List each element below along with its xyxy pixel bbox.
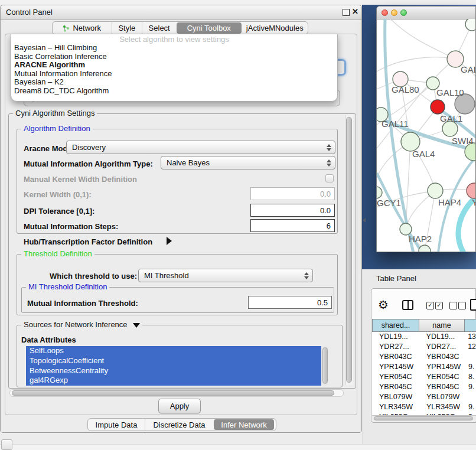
network-node[interactable] (428, 183, 443, 198)
deselect-all-icon[interactable] (458, 302, 466, 309)
column-view-icon[interactable] (402, 300, 413, 310)
data-attribute-item[interactable]: BetweennessCentrality (26, 366, 321, 376)
mi-type-combo[interactable]: Naive Bayes (161, 156, 335, 169)
tab-style[interactable]: Style (112, 22, 142, 34)
algorithm-dropdown-list: Bayesian – Hill ClimbingBasic Correlatio… (11, 44, 337, 95)
new-column-icon[interactable] (470, 299, 476, 311)
sources-title[interactable]: Sources for Network Inference (21, 321, 142, 328)
table-cell: 13 (464, 332, 476, 341)
mi-steps-field[interactable]: 6 (250, 219, 335, 232)
network-node[interactable] (431, 100, 445, 114)
kernel-width-field[interactable]: 0.0 (250, 187, 335, 200)
tab-select[interactable]: Select (142, 22, 176, 34)
column-header-name-label: name (432, 321, 451, 330)
table-row[interactable]: YBR045CYBR045C9. (372, 381, 476, 392)
mi-threshold-title: MI Threshold Definition (26, 283, 109, 291)
manual-kernel-checkbox[interactable] (325, 174, 334, 182)
mi-threshold-value: 0.5 (317, 298, 328, 307)
table-row[interactable]: YER054CYER054C8. (372, 372, 476, 382)
apply-button[interactable]: Apply (158, 399, 201, 413)
data-attributes-label: Data Attributes (21, 335, 76, 344)
tab-cyni-toolbox[interactable]: Cyni Toolbox (177, 22, 241, 34)
sources-title-label: Sources for Network Inference (24, 320, 128, 329)
network-node-label: GAL4 (412, 149, 435, 159)
network-node[interactable] (377, 187, 382, 198)
hub-definition-toggle[interactable]: Hub/Transcription Factor Definition (24, 237, 152, 246)
table-cell: YBR043C (419, 353, 465, 361)
column-header-clipped[interactable]: A (465, 319, 476, 332)
aracne-mode-combo[interactable]: Discovery (66, 141, 335, 154)
corner-button[interactable] (1, 439, 12, 450)
settings-horizontal-scrollbar-thumb[interactable] (12, 390, 334, 396)
table-cell: 12 (464, 343, 476, 351)
table-cell: YBL079W (419, 393, 465, 401)
attributes-list-scrollbar-thumb[interactable] (322, 347, 328, 384)
data-attributes-list[interactable]: SelfLoopsTopologicalCoefficientBetweenne… (26, 346, 321, 386)
algorithm-option[interactable]: Mutual Information Inference (11, 70, 337, 79)
table-row[interactable]: YPR145WYPR145W9. (372, 362, 476, 372)
tab-impute-data[interactable]: Impute Data (88, 419, 145, 431)
table-settings-gear-icon[interactable]: ⚙ (378, 298, 389, 311)
collapsed-arrow-icon[interactable] (167, 237, 172, 245)
table-row[interactable]: YDL19...YDL19...13 (372, 332, 476, 342)
network-window: GALGAL80GAL10GAL11GAL1SWI4GAL4GCY1HAP4YH… (376, 6, 476, 252)
table-cell: YPR145W (372, 363, 419, 371)
threshold-definition-title: Threshold Definition (21, 250, 94, 257)
expanded-arrow-icon[interactable] (133, 323, 140, 328)
network-canvas-svg[interactable]: GALGAL80GAL10GAL11GAL1SWI4GAL4GCY1HAP4YH… (377, 19, 476, 252)
table-cell: YER054C (372, 373, 419, 381)
close-window-icon[interactable]: ✕ (352, 7, 358, 16)
algorithm-definition-title: Algorithm Definition (21, 125, 93, 132)
table-cell: 9. (465, 363, 474, 371)
select-all-icon[interactable]: ✓ (435, 302, 443, 309)
table-cell: 9. (465, 403, 474, 411)
algorithm-option[interactable]: Basic Correlation Inference (11, 53, 337, 61)
select-all-icon[interactable]: ✓ (426, 302, 434, 309)
zoom-traffic-light-icon[interactable] (400, 9, 407, 16)
tab-cyni-toolbox-label: Cyni Toolbox (187, 24, 231, 32)
table-cell: YLR345W (372, 403, 419, 411)
mi-threshold-field[interactable]: 0.5 (248, 296, 332, 309)
settings-vertical-scrollbar-thumb[interactable] (346, 117, 352, 383)
mi-type-value: Naive Bayes (167, 158, 210, 167)
which-threshold-combo[interactable]: MI Threshold (138, 269, 313, 282)
network-node[interactable] (467, 183, 476, 198)
minimize-traffic-light-icon[interactable] (391, 9, 397, 16)
algorithm-option[interactable]: Dream8 DC_TDC Algorithm (11, 87, 337, 96)
mi-threshold-label: Mutual Information Threshold: (27, 299, 138, 308)
table-row[interactable]: YBL079WYBL079W (372, 392, 476, 402)
algorithm-option[interactable]: Bayesian – Hill Climbing (11, 44, 337, 53)
table-row[interactable]: YDR27...YDR27...12 (372, 342, 476, 352)
table-cell: YPR145W (419, 363, 465, 371)
dpi-tolerance-field[interactable]: 0.0 (250, 204, 335, 217)
data-attribute-item[interactable]: TopologicalCoefficient (26, 356, 321, 366)
algorithm-option[interactable]: Bayesian – K2 (11, 78, 337, 87)
table-cell: YER054C (419, 373, 465, 381)
table-body: YDL19...YDL19...13YDR27...YDR27...12YBR0… (372, 332, 476, 420)
kernel-width-label: Kernel Width (0,1): (24, 190, 92, 199)
panel-resize-arrow-icon[interactable] (363, 218, 366, 223)
data-attribute-item[interactable]: gal4RGexp (26, 376, 321, 386)
aracne-mode-value: Discovery (72, 143, 106, 152)
algorithm-option[interactable]: ARACNE Algorithm (11, 61, 337, 70)
table-cell: 9. (465, 383, 474, 391)
deselect-all-icon[interactable] (449, 302, 457, 309)
tab-network[interactable]: Network (53, 22, 112, 34)
close-traffic-light-icon[interactable] (382, 9, 388, 16)
float-window-icon[interactable] (343, 9, 350, 16)
table-row[interactable]: YBR043CYBR043C (372, 352, 476, 362)
tab-infer-network[interactable]: Infer Network (214, 419, 274, 430)
column-header-shared[interactable]: shared... (372, 319, 419, 332)
network-node[interactable] (465, 19, 476, 31)
table-row[interactable]: YLR345WYLR345W9. (372, 402, 476, 412)
network-window-titlebar[interactable] (377, 6, 475, 19)
table-horizontal-scrollbar-thumb[interactable] (374, 416, 473, 420)
tab-discretize-data[interactable]: Discretize Data (145, 419, 213, 431)
mi-type-label: Mutual Information Algorithm Type: (24, 159, 153, 168)
data-attribute-item[interactable]: SelfLoops (26, 346, 321, 356)
dpi-tolerance-value: 0.0 (320, 206, 331, 215)
column-header-name[interactable]: name (419, 319, 465, 332)
tab-jactivemnodules[interactable]: jActiveMNodules (242, 22, 308, 34)
network-node[interactable] (400, 223, 412, 235)
network-node-label: HAP2 (409, 234, 432, 244)
